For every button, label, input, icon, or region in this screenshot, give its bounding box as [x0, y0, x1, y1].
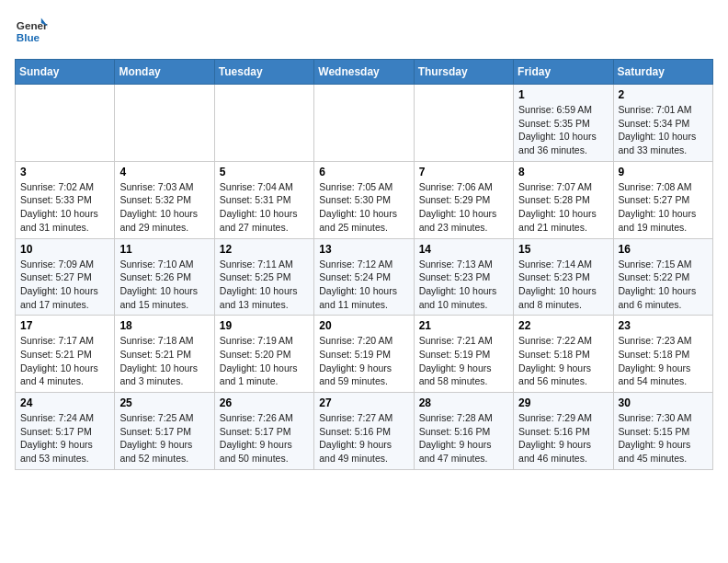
- day-cell: 15Sunrise: 7:14 AM Sunset: 5:23 PM Dayli…: [514, 238, 613, 316]
- day-number: 12: [220, 243, 309, 256]
- day-info: Sunrise: 7:23 AM Sunset: 5:18 PM Dayligh…: [619, 334, 708, 388]
- day-cell: 4Sunrise: 7:03 AM Sunset: 5:32 PM Daylig…: [115, 161, 214, 238]
- day-info: Sunrise: 7:26 AM Sunset: 5:17 PM Dayligh…: [220, 411, 309, 465]
- day-number: 17: [20, 319, 109, 332]
- day-cell: 22Sunrise: 7:22 AM Sunset: 5:18 PM Dayli…: [514, 316, 613, 393]
- day-cell: 30Sunrise: 7:30 AM Sunset: 5:15 PM Dayli…: [613, 393, 712, 470]
- day-info: Sunrise: 7:09 AM Sunset: 5:27 PM Dayligh…: [20, 258, 109, 312]
- weekday-tuesday: Tuesday: [214, 60, 313, 85]
- weekday-thursday: Thursday: [414, 60, 513, 85]
- weekday-monday: Monday: [115, 60, 214, 85]
- day-number: 29: [518, 396, 608, 409]
- day-cell: 16Sunrise: 7:15 AM Sunset: 5:22 PM Dayli…: [613, 238, 712, 316]
- day-info: Sunrise: 7:25 AM Sunset: 5:17 PM Dayligh…: [119, 411, 209, 465]
- week-row-5: 24Sunrise: 7:24 AM Sunset: 5:17 PM Dayli…: [16, 393, 713, 470]
- day-cell: 3Sunrise: 7:02 AM Sunset: 5:33 PM Daylig…: [16, 161, 115, 238]
- day-number: 8: [518, 166, 608, 178]
- day-number: 15: [518, 243, 608, 256]
- day-number: 11: [119, 243, 209, 256]
- day-info: Sunrise: 7:20 AM Sunset: 5:19 PM Dayligh…: [319, 334, 408, 388]
- day-cell: [16, 85, 115, 162]
- day-number: 20: [319, 319, 408, 332]
- day-number: 28: [419, 396, 508, 409]
- day-info: Sunrise: 7:29 AM Sunset: 5:16 PM Dayligh…: [518, 411, 608, 465]
- day-cell: 20Sunrise: 7:20 AM Sunset: 5:19 PM Dayli…: [314, 316, 414, 393]
- day-cell: 12Sunrise: 7:11 AM Sunset: 5:25 PM Dayli…: [214, 238, 313, 316]
- weekday-saturday: Saturday: [613, 60, 712, 85]
- day-number: 30: [619, 396, 708, 409]
- day-info: Sunrise: 7:11 AM Sunset: 5:25 PM Dayligh…: [220, 258, 309, 312]
- day-info: Sunrise: 7:30 AM Sunset: 5:15 PM Dayligh…: [619, 411, 708, 465]
- day-cell: 24Sunrise: 7:24 AM Sunset: 5:17 PM Dayli…: [16, 393, 115, 470]
- day-info: Sunrise: 7:05 AM Sunset: 5:30 PM Dayligh…: [319, 180, 408, 235]
- weekday-friday: Friday: [514, 60, 613, 85]
- day-number: 6: [319, 166, 408, 178]
- day-number: 1: [518, 88, 608, 101]
- day-info: Sunrise: 7:10 AM Sunset: 5:26 PM Dayligh…: [119, 258, 209, 312]
- day-cell: 7Sunrise: 7:06 AM Sunset: 5:29 PM Daylig…: [414, 161, 513, 238]
- day-number: 16: [619, 243, 708, 256]
- day-info: Sunrise: 7:18 AM Sunset: 5:21 PM Dayligh…: [119, 334, 209, 388]
- day-cell: 8Sunrise: 7:07 AM Sunset: 5:28 PM Daylig…: [514, 161, 613, 238]
- week-row-4: 17Sunrise: 7:17 AM Sunset: 5:21 PM Dayli…: [16, 316, 713, 393]
- day-cell: 26Sunrise: 7:26 AM Sunset: 5:17 PM Dayli…: [214, 393, 313, 470]
- day-cell: 1Sunrise: 6:59 AM Sunset: 5:35 PM Daylig…: [514, 85, 613, 162]
- day-info: Sunrise: 7:19 AM Sunset: 5:20 PM Dayligh…: [220, 334, 309, 388]
- day-cell: 17Sunrise: 7:17 AM Sunset: 5:21 PM Dayli…: [16, 316, 115, 393]
- day-cell: 13Sunrise: 7:12 AM Sunset: 5:24 PM Dayli…: [314, 238, 414, 316]
- day-cell: 25Sunrise: 7:25 AM Sunset: 5:17 PM Dayli…: [115, 393, 214, 470]
- day-number: 5: [220, 166, 309, 178]
- calendar-table: SundayMondayTuesdayWednesdayThursdayFrid…: [15, 59, 713, 470]
- day-info: Sunrise: 7:03 AM Sunset: 5:32 PM Dayligh…: [119, 180, 209, 235]
- day-number: 13: [319, 243, 408, 256]
- day-info: Sunrise: 7:28 AM Sunset: 5:16 PM Dayligh…: [419, 411, 508, 465]
- day-number: 3: [20, 166, 109, 178]
- day-info: Sunrise: 7:13 AM Sunset: 5:23 PM Dayligh…: [419, 258, 508, 312]
- day-info: Sunrise: 7:27 AM Sunset: 5:16 PM Dayligh…: [319, 411, 408, 465]
- week-row-1: 1Sunrise: 6:59 AM Sunset: 5:35 PM Daylig…: [16, 85, 713, 162]
- day-cell: 19Sunrise: 7:19 AM Sunset: 5:20 PM Dayli…: [214, 316, 313, 393]
- day-info: Sunrise: 7:07 AM Sunset: 5:28 PM Dayligh…: [518, 180, 608, 235]
- day-number: 4: [119, 166, 209, 178]
- day-info: Sunrise: 7:04 AM Sunset: 5:31 PM Dayligh…: [220, 180, 309, 235]
- day-number: 25: [119, 396, 209, 409]
- day-cell: 14Sunrise: 7:13 AM Sunset: 5:23 PM Dayli…: [414, 238, 513, 316]
- day-cell: [414, 85, 513, 162]
- day-info: Sunrise: 7:08 AM Sunset: 5:27 PM Dayligh…: [619, 180, 708, 235]
- day-info: Sunrise: 7:02 AM Sunset: 5:33 PM Dayligh…: [20, 180, 109, 235]
- week-row-2: 3Sunrise: 7:02 AM Sunset: 5:33 PM Daylig…: [16, 161, 713, 238]
- day-number: 14: [419, 243, 508, 256]
- day-number: 19: [220, 319, 309, 332]
- logo-icon: General Blue: [15, 15, 48, 48]
- day-cell: 10Sunrise: 7:09 AM Sunset: 5:27 PM Dayli…: [16, 238, 115, 316]
- weekday-header-row: SundayMondayTuesdayWednesdayThursdayFrid…: [16, 60, 713, 85]
- day-cell: 21Sunrise: 7:21 AM Sunset: 5:19 PM Dayli…: [414, 316, 513, 393]
- day-info: Sunrise: 7:17 AM Sunset: 5:21 PM Dayligh…: [20, 334, 109, 388]
- day-cell: 29Sunrise: 7:29 AM Sunset: 5:16 PM Dayli…: [514, 393, 613, 470]
- day-cell: 27Sunrise: 7:27 AM Sunset: 5:16 PM Dayli…: [314, 393, 414, 470]
- day-number: 7: [419, 166, 508, 178]
- day-number: 9: [619, 166, 708, 178]
- weekday-sunday: Sunday: [16, 60, 115, 85]
- day-number: 21: [419, 319, 508, 332]
- day-info: Sunrise: 7:24 AM Sunset: 5:17 PM Dayligh…: [20, 411, 109, 465]
- day-number: 2: [619, 88, 708, 101]
- day-info: Sunrise: 7:15 AM Sunset: 5:22 PM Dayligh…: [619, 258, 708, 312]
- day-info: Sunrise: 7:14 AM Sunset: 5:23 PM Dayligh…: [518, 258, 608, 312]
- day-cell: 18Sunrise: 7:18 AM Sunset: 5:21 PM Dayli…: [115, 316, 214, 393]
- day-cell: [214, 85, 313, 162]
- day-info: Sunrise: 7:22 AM Sunset: 5:18 PM Dayligh…: [518, 334, 608, 388]
- day-number: 18: [119, 319, 209, 332]
- day-cell: [115, 85, 214, 162]
- day-number: 24: [20, 396, 109, 409]
- day-number: 22: [518, 319, 608, 332]
- day-info: Sunrise: 7:12 AM Sunset: 5:24 PM Dayligh…: [319, 258, 408, 312]
- day-info: Sunrise: 7:21 AM Sunset: 5:19 PM Dayligh…: [419, 334, 508, 388]
- day-number: 10: [20, 243, 109, 256]
- logo: General Blue: [15, 15, 48, 48]
- day-info: Sunrise: 6:59 AM Sunset: 5:35 PM Dayligh…: [518, 103, 608, 157]
- day-cell: 23Sunrise: 7:23 AM Sunset: 5:18 PM Dayli…: [613, 316, 712, 393]
- page-header: General Blue: [15, 15, 713, 48]
- day-cell: 28Sunrise: 7:28 AM Sunset: 5:16 PM Dayli…: [414, 393, 513, 470]
- day-number: 23: [619, 319, 708, 332]
